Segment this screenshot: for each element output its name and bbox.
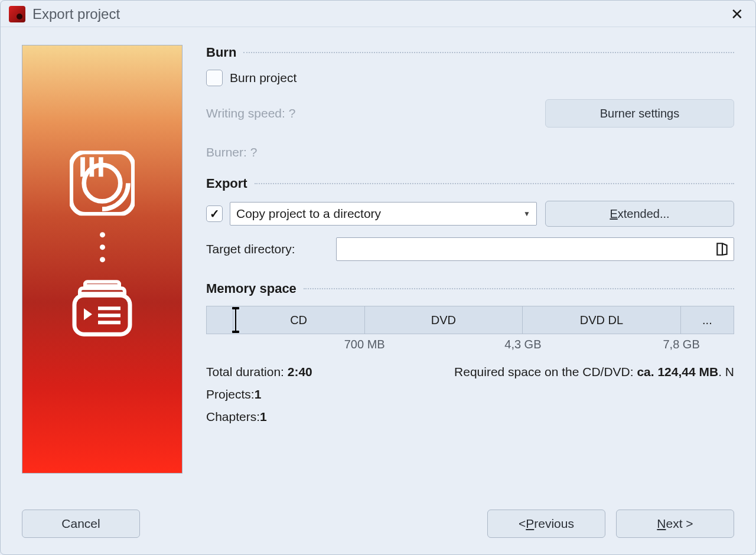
browse-folder-icon[interactable] xyxy=(715,241,730,257)
burn-project-checkbox[interactable] xyxy=(206,70,223,86)
section-memory-header: Memory space xyxy=(206,281,734,296)
memory-seg-start xyxy=(207,306,233,334)
next-button[interactable]: Next > xyxy=(616,510,734,538)
projects-value: 1 xyxy=(255,387,262,401)
titlebar: Export project ✕ xyxy=(1,1,755,27)
memory-space-bar: CD DVD DVD DL ... xyxy=(206,306,734,334)
close-icon[interactable]: ✕ xyxy=(727,5,747,23)
burner-label: Burner: ? xyxy=(206,145,257,159)
total-duration-label: Total duration: xyxy=(206,365,288,378)
memory-seg-dvddl: DVD DL xyxy=(523,306,681,334)
chevron-down-icon: ▼ xyxy=(523,210,530,218)
cancel-button[interactable]: Cancel xyxy=(22,510,140,538)
burner-settings-button[interactable]: Burner settings xyxy=(545,99,734,128)
chapters-label: Chapters: xyxy=(206,410,260,424)
target-directory-label: Target directory: xyxy=(206,242,336,256)
previous-button[interactable]: < Previous xyxy=(487,510,605,538)
chapters-value: 1 xyxy=(260,410,267,424)
slideshow-icon xyxy=(70,279,135,338)
projects-label: Projects: xyxy=(206,387,255,401)
wizard-side-image xyxy=(22,45,183,474)
burn-project-label: Burn project xyxy=(230,71,296,85)
extended-button[interactable]: Extended... xyxy=(545,201,734,227)
memory-seg-dvd: DVD xyxy=(365,306,523,334)
section-export-header: Export xyxy=(206,176,734,191)
target-directory-field[interactable] xyxy=(336,237,734,261)
disc-icon xyxy=(70,151,135,216)
export-enabled-checkbox[interactable] xyxy=(206,205,223,222)
memory-seg-cd: CD xyxy=(233,306,365,334)
export-mode-value: Copy project to a directory xyxy=(236,207,381,221)
memory-usage-marker xyxy=(235,308,236,332)
section-burn-header: Burn xyxy=(206,45,734,60)
export-dialog: Export project ✕ xyxy=(0,0,756,555)
target-directory-input[interactable] xyxy=(343,243,715,256)
export-mode-select[interactable]: Copy project to a directory ▼ xyxy=(230,202,537,226)
dialog-title: Export project xyxy=(32,6,120,22)
required-space-value: ca. 124,44 MB xyxy=(637,365,718,378)
writing-speed-label: Writing speed: ? xyxy=(206,106,295,120)
memory-seg-more: ... xyxy=(681,306,734,334)
total-duration-value: 2:40 xyxy=(288,365,312,378)
memory-tick-labels: 700 MB 4,3 GB 7,8 GB xyxy=(206,338,734,354)
app-icon xyxy=(9,6,25,22)
required-space-label: Required space on the CD/DVD: xyxy=(454,365,637,378)
